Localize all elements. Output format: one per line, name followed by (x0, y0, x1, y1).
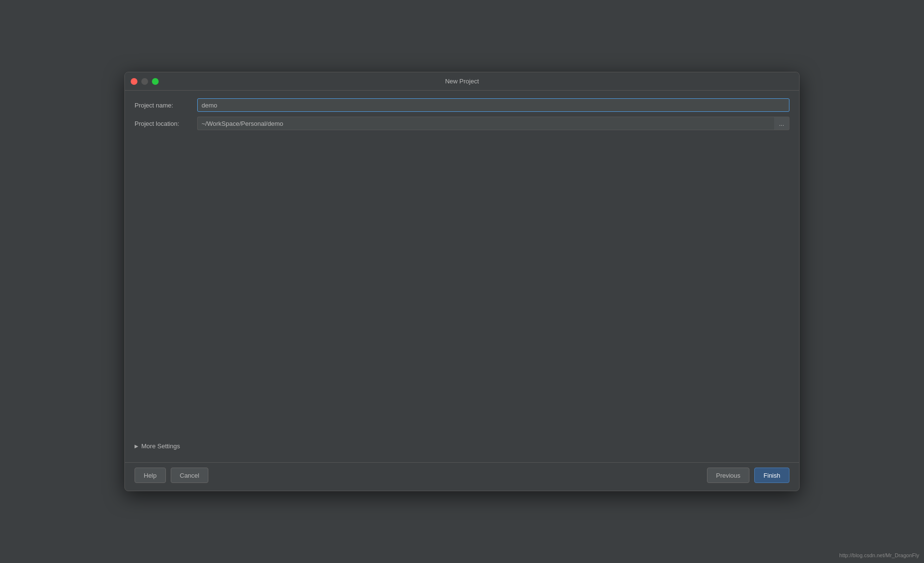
help-button[interactable]: Help (135, 468, 166, 483)
minimize-button[interactable] (141, 78, 148, 85)
maximize-button[interactable] (152, 78, 159, 85)
dialog-window: New Project Project name: Project locati… (124, 72, 800, 491)
more-settings-toggle[interactable]: ▶ More Settings (135, 438, 789, 455)
project-location-label: Project location: (135, 120, 197, 127)
cancel-button[interactable]: Cancel (171, 468, 208, 483)
more-settings-arrow-icon: ▶ (135, 443, 138, 449)
watermark: http://blog.csdn.net/Mr_DragonFly (839, 552, 919, 558)
finish-button[interactable]: Finish (754, 468, 789, 483)
browse-button[interactable]: ... (774, 117, 789, 130)
project-name-label: Project name: (135, 102, 197, 109)
project-name-input[interactable] (197, 98, 789, 112)
project-location-row: Project location: ... (135, 117, 789, 130)
close-button[interactable] (131, 78, 137, 85)
project-name-row: Project name: (135, 98, 789, 112)
location-input-wrapper: ... (197, 117, 789, 130)
main-area (135, 135, 789, 438)
dialog-footer: Help Cancel Previous Finish (125, 462, 799, 491)
footer-left: Help Cancel (135, 468, 208, 483)
project-location-input[interactable] (197, 117, 774, 130)
title-bar: New Project (125, 72, 799, 91)
footer-right: Previous Finish (707, 468, 789, 483)
window-controls (131, 78, 159, 85)
more-settings-label: More Settings (141, 442, 180, 450)
dialog-content: Project name: Project location: ... ▶ Mo… (125, 91, 799, 462)
previous-button[interactable]: Previous (707, 468, 750, 483)
window-title: New Project (445, 78, 479, 85)
